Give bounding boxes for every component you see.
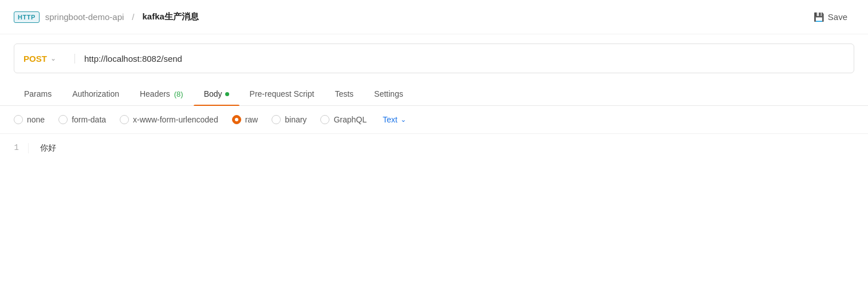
tab-headers-badge: (8) (174, 90, 183, 98)
line-numbers: 1 (0, 143, 29, 153)
radio-graphql (320, 115, 329, 124)
method-chevron-icon: ⌄ (50, 54, 56, 62)
tab-body[interactable]: Body (194, 82, 239, 105)
save-label: Save (828, 12, 847, 22)
url-input[interactable] (75, 54, 845, 64)
radio-raw (232, 115, 241, 124)
option-binary[interactable]: binary (272, 115, 307, 124)
code-editor: 1 你好 (0, 134, 868, 163)
tab-authorization-label: Authorization (72, 89, 119, 98)
http-badge: HTTP (14, 11, 40, 23)
tab-headers-label: Headers (140, 89, 172, 98)
option-raw[interactable]: raw (232, 115, 258, 124)
save-button[interactable]: 💾 Save (807, 9, 854, 26)
tab-body-label: Body (204, 89, 222, 98)
body-options: none form-data x-www-form-urlencoded raw… (0, 106, 868, 134)
option-none[interactable]: none (14, 115, 45, 124)
text-format-label: Text (383, 115, 398, 124)
tab-settings-label: Settings (374, 89, 403, 98)
tabs-container: Params Authorization Headers (8) Body Pr… (0, 82, 868, 106)
option-binary-label: binary (285, 115, 307, 124)
tab-params-label: Params (24, 89, 52, 98)
option-x-www-form-urlencoded-label: x-www-form-urlencoded (133, 115, 218, 124)
method-selector[interactable]: POST ⌄ (23, 54, 75, 64)
tab-body-dot (225, 92, 229, 96)
url-bar: POST ⌄ (14, 43, 854, 73)
tab-tests[interactable]: Tests (324, 82, 364, 105)
option-form-data[interactable]: form-data (58, 115, 106, 124)
option-form-data-label: form-data (72, 115, 106, 124)
save-icon: 💾 (814, 12, 824, 22)
tab-tests-label: Tests (335, 89, 354, 98)
radio-none (14, 115, 23, 124)
text-format-dropdown[interactable]: Text ⌄ (383, 115, 406, 124)
text-format-chevron-icon: ⌄ (400, 116, 406, 124)
breadcrumb-separator: / (132, 12, 134, 22)
breadcrumb: HTTP springboot-demo-api / kafka生产消息 (14, 11, 199, 23)
option-raw-label: raw (245, 115, 258, 124)
option-none-label: none (27, 115, 45, 124)
radio-form-data (58, 115, 68, 124)
tab-settings[interactable]: Settings (364, 82, 414, 105)
editor-area: 1 你好 (0, 134, 868, 163)
radio-binary (272, 115, 281, 124)
tab-pre-request-label: Pre-request Script (250, 89, 315, 98)
line-number-1: 1 (9, 143, 19, 152)
tab-params[interactable]: Params (14, 82, 62, 105)
tab-pre-request[interactable]: Pre-request Script (239, 82, 325, 105)
method-label: POST (23, 54, 47, 64)
option-graphql-label: GraphQL (333, 115, 367, 124)
radio-x-www-form-urlencoded (120, 115, 129, 124)
code-content[interactable]: 你好 (29, 143, 868, 153)
option-graphql[interactable]: GraphQL (320, 115, 367, 124)
tab-headers[interactable]: Headers (8) (129, 82, 194, 105)
code-line-1: 你好 (40, 143, 857, 153)
top-bar: HTTP springboot-demo-api / kafka生产消息 💾 S… (0, 0, 868, 34)
breadcrumb-parent: springboot-demo-api (45, 12, 124, 22)
option-x-www-form-urlencoded[interactable]: x-www-form-urlencoded (120, 115, 218, 124)
tab-authorization[interactable]: Authorization (62, 82, 129, 105)
breadcrumb-current: kafka生产消息 (142, 11, 198, 22)
